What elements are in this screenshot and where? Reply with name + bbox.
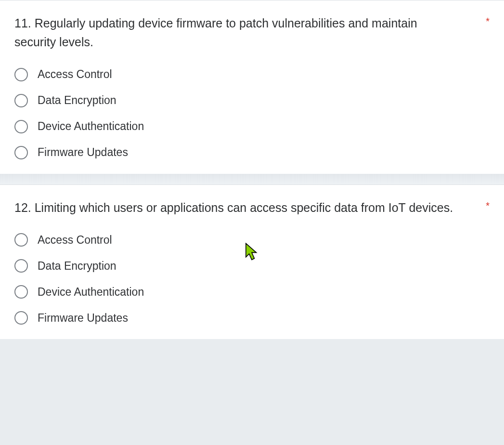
option-label: Device Authentication bbox=[38, 286, 144, 299]
options-group: Access Control Data Encryption Device Au… bbox=[14, 68, 490, 159]
option-label: Data Encryption bbox=[38, 260, 116, 273]
question-body: Regularly updating device firmware to pa… bbox=[14, 16, 417, 49]
form-page: 11. Regularly updating device firmware t… bbox=[0, 0, 504, 339]
question-card-11: 11. Regularly updating device firmware t… bbox=[0, 0, 504, 174]
option-device-authentication[interactable]: Device Authentication bbox=[14, 285, 490, 299]
question-number: 12. bbox=[14, 201, 31, 214]
options-group: Access Control Data Encryption Device Au… bbox=[14, 233, 490, 325]
radio-icon bbox=[14, 68, 28, 81]
radio-icon bbox=[14, 311, 28, 325]
question-text: 11. Regularly updating device firmware t… bbox=[14, 14, 457, 52]
option-label: Access Control bbox=[38, 68, 112, 81]
option-access-control[interactable]: Access Control bbox=[14, 233, 490, 247]
required-asterisk: * bbox=[486, 200, 490, 211]
option-label: Firmware Updates bbox=[38, 146, 128, 159]
question-header: 11. Regularly updating device firmware t… bbox=[14, 14, 490, 52]
question-card-12: 12. Limiting which users or applications… bbox=[0, 184, 504, 340]
question-header: 12. Limiting which users or applications… bbox=[14, 198, 490, 217]
option-label: Device Authentication bbox=[38, 120, 144, 133]
option-data-encryption[interactable]: Data Encryption bbox=[14, 94, 490, 107]
option-firmware-updates[interactable]: Firmware Updates bbox=[14, 146, 490, 159]
radio-icon bbox=[14, 285, 28, 299]
option-firmware-updates[interactable]: Firmware Updates bbox=[14, 311, 490, 325]
option-label: Access Control bbox=[38, 234, 112, 247]
radio-icon bbox=[14, 233, 28, 247]
radio-icon bbox=[14, 146, 28, 159]
radio-icon bbox=[14, 120, 28, 133]
option-data-encryption[interactable]: Data Encryption bbox=[14, 259, 490, 273]
question-body: Limiting which users or applications can… bbox=[35, 201, 453, 214]
question-text: 12. Limiting which users or applications… bbox=[14, 198, 453, 217]
radio-icon bbox=[14, 94, 28, 107]
card-divider bbox=[0, 174, 504, 184]
required-asterisk: * bbox=[486, 16, 490, 27]
radio-icon bbox=[14, 259, 28, 273]
question-number: 11. bbox=[14, 16, 31, 30]
option-access-control[interactable]: Access Control bbox=[14, 68, 490, 81]
option-label: Data Encryption bbox=[38, 94, 116, 107]
option-device-authentication[interactable]: Device Authentication bbox=[14, 120, 490, 133]
option-label: Firmware Updates bbox=[38, 312, 128, 325]
